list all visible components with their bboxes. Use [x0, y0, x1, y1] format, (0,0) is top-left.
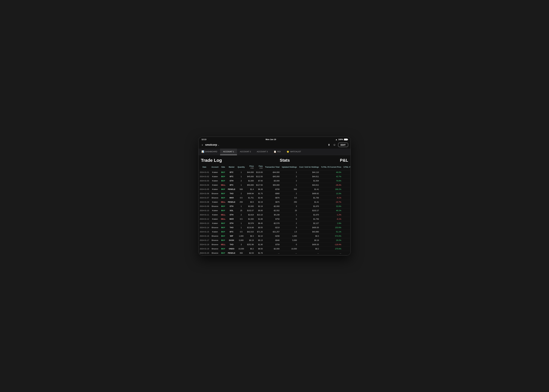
cell-account: Kraken [210, 174, 220, 179]
section-headers: Trade Log Stats P&L [199, 155, 350, 164]
cell-fees: $2.10 [255, 234, 264, 238]
cell-date: 2024-01-19 [199, 247, 210, 251]
cell-cost-per-unit: $0.3 [298, 234, 320, 238]
cell-quantity: 0.5 [236, 217, 246, 221]
col-date: Date [199, 164, 210, 170]
workspace-selector[interactable]: smolcorp ⌄ [205, 143, 219, 146]
cell-date: 2024-01-08 [199, 200, 210, 204]
col-cost-per-unit: Cost / Unit for Holdings [298, 164, 320, 170]
cell-side: BUY [220, 170, 227, 174]
day: Mon Jun 10 [265, 138, 276, 140]
nav-actions: ⬆︎ ☺ EDIT [327, 143, 348, 147]
cell-side: BUY [220, 204, 227, 208]
table-row: 2024-01-08 Kraken SELL PENDLE 250 $3.5 $… [199, 200, 350, 204]
cell-dollar-pnl: -$46 [342, 217, 350, 221]
cell-updated-holdings: 2 [281, 179, 298, 183]
cell-fees: $1.75 [255, 191, 264, 196]
cell-dollar-pnl: $130 [342, 191, 350, 196]
cell-pct-pnl: 2.9% [320, 221, 342, 225]
more-button[interactable]: ☺ [332, 143, 336, 147]
cell-price: $44,000 [246, 170, 255, 174]
trade-table-wrapper[interactable]: Date Account Side Market Quantity Price … [199, 164, 350, 255]
cell-dollar-pnl: $20,223 [342, 170, 350, 174]
col-account: Account [210, 164, 220, 170]
tab-account3[interactable]: ACCOUNT 3 [254, 149, 271, 155]
cell-tx-total: -$2,552 [264, 208, 281, 213]
cell-cost-per-unit: $102.27 [298, 208, 320, 213]
col-pct-pnl: % P&L VS Current Price [320, 164, 342, 170]
cell-price: $3.5 [246, 200, 255, 204]
cell-fees: $6.45 [255, 221, 264, 225]
cell-market: TAO [227, 191, 236, 196]
col-market: Market [227, 164, 236, 170]
cell-tx-total: $5,238 [264, 213, 281, 217]
cell-account: Binance [210, 242, 220, 247]
cell-fees: $112.50 [255, 174, 264, 179]
tab-account2[interactable]: ACCOUNT 2 [237, 149, 254, 155]
cell-date: 2024-01-11 [199, 213, 210, 217]
back-button[interactable]: ‹ [201, 142, 204, 147]
cell-account: Kraken [210, 183, 220, 187]
cell-tx-total: -$2,578 [264, 221, 281, 225]
cell-side: BUY [220, 221, 227, 225]
cell-side: BUY [220, 191, 227, 196]
cell-date: 2024-01-14 [199, 225, 210, 230]
cell-quantity: 0.5 [236, 196, 246, 200]
cell-pct-pnl: 32.6% [320, 204, 342, 208]
cell-date: 2024-01-12 [199, 217, 210, 221]
cell-price: $489.94 [246, 191, 255, 196]
cell-price: $0.3 [246, 234, 255, 238]
cell-account: Kraken [210, 230, 220, 234]
share-button[interactable]: ⬆︎ [327, 143, 331, 147]
cell-date: 2024-01-16 [199, 234, 210, 238]
cell-updated-holdings: 1 [281, 213, 298, 217]
stats-title: Stats [254, 158, 316, 163]
cell-dollar-pnl: ... [342, 251, 350, 255]
cell-pct-pnl: 42.7% [320, 174, 342, 179]
cell-dollar-pnl: $5,513 [342, 247, 350, 251]
cell-tx-total: $875 [264, 200, 281, 204]
cell-updated-holdings: 0.5 [281, 196, 298, 200]
cell-side: BUY [220, 247, 227, 251]
table-row: 2024-01-14 Binance BUY TAO 1 $218.88 $0.… [199, 225, 350, 230]
cell-market: ETH [227, 204, 236, 208]
dashboard-tab-label: DASHBOARD [205, 150, 217, 153]
cell-account: Kraken [210, 213, 220, 217]
cell-market: PENDLE [227, 200, 236, 204]
cell-dollar-pnl: $1,709 [342, 234, 350, 238]
col-fees: Fees USD [255, 164, 264, 170]
wifi-icon: ▲ [335, 138, 337, 141]
cell-side: BUY [220, 187, 227, 191]
cell-market: MKR [227, 217, 236, 221]
cell-account: Kraken [210, 208, 220, 213]
table-row: 2024-01-13 Kraken BUY ETH 1 $2,578 $6.45… [199, 221, 350, 225]
cell-tx-total: -$45,000 [264, 174, 281, 179]
cell-quantity: 1 [236, 174, 246, 179]
cell-pct-pnl: 199.2% [320, 187, 342, 191]
cell-quantity: 1 [236, 204, 246, 208]
cell-account: Kraken [210, 221, 220, 225]
edit-button[interactable]: EDIT [338, 143, 348, 147]
tab-roi[interactable]: 📋 ROI [271, 149, 284, 155]
cell-tx-total: -$2,000 [264, 204, 281, 208]
cell-fees: $5.13 [255, 238, 264, 242]
cell-cost-per-unit: $44,110 [298, 170, 320, 174]
tab-account1[interactable]: ACCOUNT 1 [220, 149, 237, 155]
cell-fees: $1.78 [255, 251, 264, 255]
cell-dollar-pnl: $652 [342, 204, 350, 208]
cell-date: 2024-01-01 [199, 170, 210, 174]
cell-quantity: 10,000 [236, 247, 246, 251]
tab-dashboard[interactable]: 📊 DASHBOARD [199, 149, 220, 155]
cell-side: BUY [220, 196, 227, 200]
tab-watchlist[interactable]: ⭐ WATCHLIST [284, 149, 304, 155]
cell-price: $1,500 [246, 217, 255, 221]
cell-side: BUY [220, 179, 227, 183]
cell-price: $42,515 [246, 230, 255, 234]
cell-price: $218.88 [246, 225, 255, 230]
cell-cost-per-unit: ... [298, 251, 320, 255]
cell-pct-pnl: 29.2% [320, 238, 342, 242]
cell-fees: $71.25 [255, 230, 264, 234]
col-updated-holdings: Updated Holdings [281, 164, 298, 170]
cell-price: $1.4 [246, 187, 255, 191]
table-row: 2024-01-12 Kraken SELL MKR 0.5 $1,500 $1… [199, 217, 350, 221]
